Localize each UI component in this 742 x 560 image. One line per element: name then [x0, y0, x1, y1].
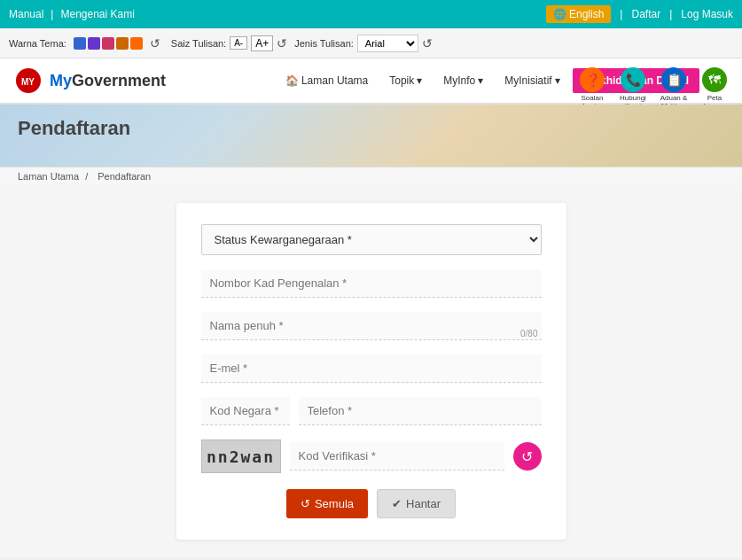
svg-text:MY: MY: [21, 77, 35, 87]
hantar-button[interactable]: ✔ Hantar: [377, 489, 456, 518]
hubungi-kami-icon: 📞: [621, 67, 645, 92]
phone-group: [201, 397, 542, 425]
page-hero: Pendaftaran: [0, 105, 742, 167]
laman-utama-link[interactable]: 🏠 Laman Utama: [277, 69, 377, 92]
main-content: Status Kewarganegaraan * 0/80 nn2wan ↺: [0, 185, 742, 557]
hantar-check-icon: ✔: [392, 497, 402, 510]
kod-negara-input[interactable]: [201, 397, 290, 425]
emel-input[interactable]: [201, 354, 542, 383]
top-sep2: |: [620, 8, 622, 20]
verifikasi-input[interactable]: [290, 442, 504, 471]
logo-area: MY MyGovernment: [14, 66, 166, 95]
myinfo-chevron-icon: ▾: [478, 74, 483, 87]
refresh-icon: ↺: [521, 448, 533, 465]
color-refresh-icon[interactable]: ↺: [150, 36, 164, 51]
topik-chevron-icon: ▾: [417, 74, 422, 87]
myinisiatif-label: MyInisiatif: [504, 74, 551, 87]
saiz-label: Saiz Tulisan:: [171, 38, 226, 49]
top-bar: Manual | Mengenai Kami 🌐 English | Dafta…: [0, 0, 742, 28]
nombor-group: [201, 269, 542, 298]
myinisiatif-link[interactable]: MyInisiatif ▾: [496, 69, 568, 92]
top-sep1: |: [51, 8, 53, 20]
swatch-pink[interactable]: [102, 37, 114, 50]
emel-group: [201, 354, 542, 383]
breadcrumb-home-link[interactable]: Laman Utama: [18, 171, 79, 182]
font-controls: Saiz Tulisan: A- A+ ↺ Jenis Tulisan: Ari…: [171, 35, 436, 52]
font-decrease-btn[interactable]: A-: [230, 36, 247, 50]
myinfo-label: MyInfo: [443, 74, 475, 87]
hantar-label: Hantar: [406, 497, 441, 510]
flag-icon: 🌐: [553, 8, 566, 20]
breadcrumb-bar: Laman Utama / Pendaftaran: [0, 167, 742, 185]
font-increase-btn[interactable]: A+: [251, 35, 273, 51]
semula-button[interactable]: ↺ Semula: [286, 489, 368, 518]
theme-bar: Warna Tema: ↺ Saiz Tulisan: A- A+ ↺ Jeni…: [0, 28, 742, 58]
laman-utama-label: Laman Utama: [301, 74, 368, 87]
top-bar-left: Manual | Mengenai Kami: [9, 8, 135, 20]
soalan-lazim-icon: ❓: [580, 67, 605, 92]
nama-input[interactable]: [201, 312, 542, 340]
form-card: Status Kewarganegaraan * 0/80 nn2wan ↺: [176, 203, 566, 540]
topik-label: Topik: [389, 74, 414, 87]
captcha-refresh-button[interactable]: ↺: [513, 442, 542, 471]
myinfo-link[interactable]: MyInfo ▾: [434, 69, 492, 92]
mengenai-link[interactable]: Mengenai Kami: [60, 8, 134, 20]
swatch-purple[interactable]: [88, 37, 100, 50]
status-select[interactable]: Status Kewarganegaraan *: [201, 224, 542, 255]
swatch-orange[interactable]: [130, 37, 143, 50]
breadcrumb-current: Pendaftaran: [98, 171, 151, 182]
mygovernment-logo-icon: MY: [14, 66, 43, 95]
myinisiatif-chevron-icon: ▾: [555, 74, 560, 87]
captcha-row: nn2wan ↺: [201, 439, 542, 473]
breadcrumb-sep: /: [85, 171, 88, 182]
semula-reset-icon: ↺: [301, 497, 310, 510]
topik-link[interactable]: Topik ▾: [380, 69, 431, 92]
warna-label: Warna Tema:: [9, 38, 66, 49]
nama-group: 0/80: [201, 312, 542, 340]
button-row: ↺ Semula ✔ Hantar: [201, 489, 542, 518]
swatch-brown[interactable]: [116, 37, 129, 50]
manual-link[interactable]: Manual: [9, 8, 43, 20]
font-refresh-icon[interactable]: ↺: [277, 36, 291, 51]
nombor-input[interactable]: [201, 269, 542, 298]
font-select[interactable]: Arial: [357, 35, 418, 52]
home-icon: 🏠: [285, 74, 299, 87]
peta-laman-icon: 🗺: [702, 67, 727, 92]
log-masuk-link[interactable]: Log Masuk: [681, 8, 733, 20]
top-sep3: |: [669, 8, 672, 20]
daftar-link[interactable]: Daftar: [631, 8, 660, 20]
jenis-refresh-icon[interactable]: ↺: [422, 36, 436, 51]
logo-text: MyGovernment: [50, 72, 166, 90]
char-count: 0/80: [520, 329, 537, 338]
swatch-blue[interactable]: [74, 37, 86, 50]
semula-label: Semula: [315, 497, 354, 510]
aduan-icon: 📋: [661, 67, 686, 92]
top-bar-right: 🌐 English | Daftar | Log Masuk: [546, 5, 733, 23]
telefon-input[interactable]: [299, 397, 542, 425]
page-title: Pendaftaran: [18, 117, 724, 140]
color-swatches: [74, 37, 143, 50]
language-button[interactable]: 🌐 English: [546, 5, 611, 23]
jenis-label: Jenis Tulisan:: [294, 38, 354, 49]
captcha-image: nn2wan: [201, 439, 281, 473]
lang-label: English: [569, 8, 604, 20]
status-group: Status Kewarganegaraan *: [201, 224, 542, 255]
